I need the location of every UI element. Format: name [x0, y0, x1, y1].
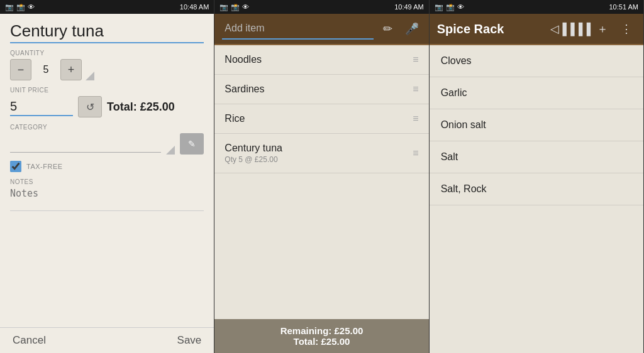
- more-icon[interactable]: ⋮: [617, 19, 636, 38]
- spice-rack-list: Cloves Garlic Onion salt Salt Salt, Rock: [430, 45, 643, 353]
- quantity-value: 5: [35, 64, 57, 75]
- notes-section: NOTES: [10, 178, 204, 214]
- quantity-row: − 5 +: [10, 59, 204, 80]
- corner-decoration2: [166, 146, 175, 155]
- reset-price-button[interactable]: ↺: [78, 96, 102, 117]
- remaining-display: Remaining: £25.00: [225, 325, 418, 336]
- item-sub-century-tuna: Qty 5 @ £25.00: [225, 155, 413, 164]
- back-icon[interactable]: ◁: [545, 19, 564, 38]
- item-edit-footer: Cancel Save: [0, 327, 214, 353]
- shopping-list-footer: Remaining: £25.00 Total: £25.00: [214, 319, 428, 353]
- photo-icon: 📸: [16, 3, 25, 11]
- save-button[interactable]: Save: [177, 334, 202, 347]
- status-bar-1: 📷 📸 👁 10:48 AM: [0, 0, 214, 14]
- item-name-sardines: Sardines: [225, 84, 413, 95]
- time-display-3: 10:51 AM: [609, 3, 638, 11]
- total-display: Total: £25.00: [107, 100, 175, 114]
- list-item: Sardines ≡: [214, 75, 428, 104]
- spice-item: Garlic: [430, 77, 643, 109]
- cancel-button[interactable]: Cancel: [13, 334, 46, 347]
- category-input[interactable]: [10, 135, 161, 153]
- unit-price-section: UNIT PRICE ↺ Total: £25.00: [10, 87, 204, 117]
- add-item-input[interactable]: [222, 18, 373, 40]
- quantity-label: QUANTITY: [10, 50, 204, 57]
- item-name-noodles: Noodles: [225, 54, 413, 65]
- shopping-list-content: Noodles ≡ Sardines ≡ Rice ≡ Century tuna…: [214, 45, 428, 319]
- eye-icon3: 👁: [457, 3, 464, 11]
- quantity-section: QUANTITY − 5 +: [10, 50, 204, 80]
- corner-decoration: [86, 72, 94, 80]
- quantity-minus-button[interactable]: −: [10, 59, 31, 80]
- panel-item-edit: 📷 📸 👁 10:48 AM QUANTITY − 5 + UNIT PRICE…: [0, 0, 214, 353]
- mic-icon[interactable]: 🎤: [402, 19, 421, 38]
- camera-icon3: 📷: [435, 3, 443, 11]
- camera-icon: 📷: [5, 3, 14, 11]
- drag-handle-icon[interactable]: ≡: [413, 148, 418, 159]
- spice-rack-title: Spice Rack: [437, 22, 540, 36]
- category-row: ✎: [10, 133, 204, 155]
- total-footer-display: Total: £25.00: [225, 336, 418, 347]
- status-bar-2: 📷 📸 👁 10:49 AM: [214, 0, 428, 14]
- notes-input[interactable]: [10, 188, 204, 211]
- drag-handle-icon[interactable]: ≡: [413, 54, 418, 65]
- item-edit-content: QUANTITY − 5 + UNIT PRICE ↺ Total: £25.0…: [0, 14, 214, 327]
- drag-handle-icon[interactable]: ≡: [413, 84, 418, 95]
- category-section: CATEGORY ✎: [10, 124, 204, 155]
- spice-item: Salt, Rock: [430, 173, 643, 205]
- panel-shopping-list: 📷 📸 👁 10:49 AM ✏ 🎤 Noodles ≡ Sardines ≡ …: [214, 0, 429, 353]
- camera-icon2: 📷: [219, 3, 228, 11]
- tax-free-checkbox[interactable]: [10, 161, 21, 172]
- spice-item: Onion salt: [430, 109, 643, 141]
- quantity-plus-button[interactable]: +: [60, 59, 82, 80]
- time-display: 10:48 AM: [180, 3, 209, 11]
- list-item: Rice ≡: [214, 104, 428, 134]
- shopping-list-header: ✏ 🎤: [214, 14, 428, 45]
- photo-icon3: 📸: [446, 3, 455, 11]
- eye-icon: 👁: [28, 3, 35, 11]
- spice-rack-header: Spice Rack ◁ ▌▌▌▌ ＋ ⋮: [430, 14, 643, 45]
- tax-label: TAX-FREE: [26, 163, 63, 170]
- unit-price-label: UNIT PRICE: [10, 87, 204, 94]
- pencil-icon[interactable]: ✏: [379, 19, 397, 38]
- item-name-input[interactable]: [10, 21, 204, 43]
- spice-item: Cloves: [430, 45, 643, 77]
- tax-row: TAX-FREE: [10, 161, 204, 172]
- list-item: Century tuna Qty 5 @ £25.00 ≡: [214, 134, 428, 173]
- eye-icon2: 👁: [242, 3, 249, 11]
- time-display-2: 10:49 AM: [394, 3, 423, 11]
- category-label: CATEGORY: [10, 124, 204, 131]
- barcode-icon[interactable]: ▌▌▌▌: [569, 19, 588, 38]
- photo-icon2: 📸: [231, 3, 240, 11]
- list-item: Noodles ≡: [214, 45, 428, 75]
- add-icon[interactable]: ＋: [593, 19, 612, 38]
- unit-price-input[interactable]: [10, 98, 73, 116]
- unit-price-row: ↺ Total: £25.00: [10, 96, 204, 117]
- item-name-century-tuna: Century tuna: [225, 143, 413, 154]
- status-bar-3: 📷 📸 👁 10:51 AM: [430, 0, 643, 14]
- notes-label: NOTES: [10, 178, 204, 185]
- spice-item: Salt: [430, 141, 643, 173]
- panel-spice-rack: 📷 📸 👁 10:51 AM Spice Rack ◁ ▌▌▌▌ ＋ ⋮ Clo…: [430, 0, 644, 353]
- edit-category-button[interactable]: ✎: [180, 133, 204, 155]
- drag-handle-icon[interactable]: ≡: [413, 113, 418, 124]
- item-name-rice: Rice: [225, 113, 413, 124]
